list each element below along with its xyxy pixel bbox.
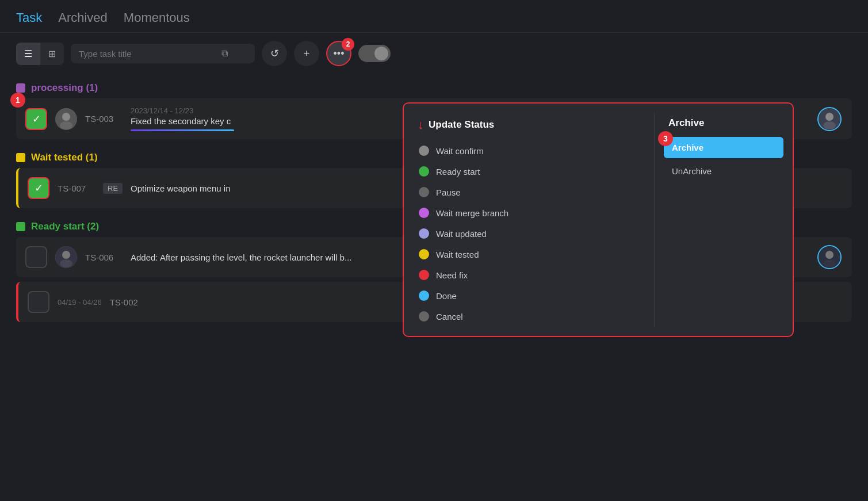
step1-badge: 1 [10, 93, 25, 108]
dot-cancel [419, 311, 429, 322]
dropdown-overlay: ↓ Update Status Wait confirm Ready start… [403, 102, 794, 337]
task-desc-ts003: Fixed the secondary key c [131, 116, 234, 126]
group-label-processing: processing (1) [31, 82, 98, 94]
status-done[interactable]: Done [413, 285, 645, 306]
task-date-ts003: 2023/12/14 - 12/23 [131, 106, 234, 115]
status-pause[interactable]: Pause [413, 182, 645, 202]
avatar-right-ts006 [817, 245, 842, 269]
tab-archived[interactable]: Archived [58, 10, 108, 25]
group-label-ready-start: Ready start (2) [31, 221, 99, 232]
task-date-ts002: 04/19 - 04/26 [58, 298, 102, 307]
svg-point-2 [60, 121, 72, 129]
archive-option-archive[interactable]: Archive 3 [664, 137, 783, 158]
avatar-ts006 [55, 246, 77, 268]
list-view-button[interactable]: ☰ [16, 43, 40, 65]
svg-point-10 [825, 251, 833, 259]
more-options-button[interactable]: ••• 2 [326, 41, 351, 66]
task-meta-ts003: 2023/12/14 - 12/23 Fixed the secondary k… [131, 106, 234, 131]
top-nav: Task Archived Momentous [0, 0, 868, 33]
arrow-down-icon: ↓ [418, 117, 424, 132]
view-toggle-group: ☰ ⊞ [16, 43, 64, 65]
dot-done [419, 290, 429, 301]
dot-ready-start [419, 166, 429, 177]
svg-point-1 [62, 113, 70, 121]
tab-task[interactable]: Task [16, 10, 42, 25]
group-color-ready-start [16, 222, 25, 231]
task-check-ts007[interactable]: ✓ [28, 177, 49, 199]
group-color-wait-tested [16, 153, 25, 162]
task-check-ts003[interactable]: ✓ 1 [25, 108, 47, 130]
tag-ts007: RE [103, 183, 123, 194]
svg-point-5 [823, 121, 836, 129]
task-check-ts002[interactable] [28, 291, 49, 313]
avatar-ts003 [55, 108, 77, 130]
dot-wait-tested [419, 249, 429, 259]
status-wait-updated[interactable]: Wait updated [413, 223, 645, 244]
status-need-fix[interactable]: Need fix [413, 265, 645, 285]
task-check-ts006[interactable] [25, 246, 47, 268]
avatar-right-ts003 [817, 107, 842, 131]
status-cancel[interactable]: Cancel [413, 306, 645, 327]
step2-badge: 2 [342, 38, 354, 51]
dot-need-fix [419, 270, 429, 280]
more-icon: ••• [334, 48, 345, 60]
dot-pause [419, 187, 429, 197]
dot-wait-updated [419, 228, 429, 239]
task-id-ts007: TS-007 [58, 183, 95, 193]
group-header-processing: processing (1) [16, 74, 852, 98]
update-status-title: ↓ Update Status [413, 113, 645, 140]
svg-point-7 [62, 251, 70, 259]
toolbar: ☰ ⊞ ⧉ ↺ + ••• 2 [0, 33, 868, 74]
status-ready-start[interactable]: Ready start [413, 161, 645, 182]
dot-wait-confirm [419, 146, 429, 156]
progress-bar-ts003 [131, 129, 234, 131]
check-icon-ts007: ✓ [35, 182, 43, 194]
search-box: ⧉ [71, 44, 255, 63]
search-input[interactable] [79, 49, 217, 59]
add-button[interactable]: + [294, 41, 319, 66]
step3-badge: 3 [658, 131, 673, 146]
grid-view-button[interactable]: ⊞ [40, 43, 64, 65]
archive-option-unarchive[interactable]: UnArchive [664, 160, 783, 182]
dot-wait-merge [419, 208, 429, 218]
group-label-wait-tested: Wait tested (1) [31, 152, 98, 163]
toggle-switch[interactable] [358, 45, 391, 62]
task-id-ts003: TS-003 [85, 114, 123, 124]
check-icon-ts003: ✓ [32, 113, 41, 125]
archive-title: Archive [664, 113, 783, 137]
svg-point-4 [825, 113, 833, 121]
status-wait-tested[interactable]: Wait tested [413, 244, 645, 265]
group-color-processing [16, 83, 25, 93]
task-id-ts006: TS-006 [85, 253, 123, 262]
filter-icon: ⧉ [221, 48, 228, 59]
status-wait-confirm[interactable]: Wait confirm [413, 140, 645, 161]
svg-point-11 [823, 259, 836, 267]
svg-point-8 [60, 259, 72, 267]
update-status-section: ↓ Update Status Wait confirm Ready start… [404, 113, 655, 327]
tab-momentous[interactable]: Momentous [124, 10, 190, 25]
status-wait-merge[interactable]: Wait merge branch [413, 202, 645, 223]
task-meta-ts002: 04/19 - 04/26 [58, 298, 102, 307]
task-id-ts002: TS-002 [110, 297, 147, 307]
reset-button[interactable]: ↺ [262, 41, 287, 66]
archive-section: Archive Archive 3 UnArchive [655, 113, 793, 327]
